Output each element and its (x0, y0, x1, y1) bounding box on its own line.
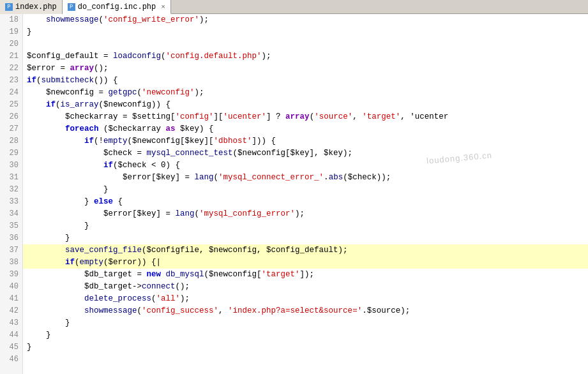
code-line: delete_process('all'); (23, 293, 588, 305)
line-numbers: 1819202122232425262728293031323334353637… (0, 14, 23, 374)
code-line: if(!empty($newconfig[$key]['dbhost'])) { (23, 135, 588, 147)
code-line: $check = mysql_connect_test($newconfig[$… (23, 147, 588, 160)
line-number: 21 (4, 50, 19, 63)
code-line: if(submitcheck()) { (23, 75, 588, 87)
line-number: 31 (4, 172, 19, 184)
line-number: 36 (4, 232, 19, 244)
code-line: } (23, 220, 588, 232)
code-line: } (23, 329, 588, 341)
code-line: $error[$key] = lang('mysql_connect_error… (23, 172, 588, 184)
code-line: if(is_array($newconfig)) { (23, 99, 588, 111)
line-number: 23 (4, 75, 19, 87)
code-line: foreach ($checkarray as $key) { (23, 123, 588, 135)
line-number: 42 (4, 305, 19, 317)
code-line: showmessage('config_success', 'index.php… (23, 305, 588, 317)
editor-area: 1819202122232425262728293031323334353637… (0, 14, 588, 374)
tab-index-php[interactable]: Pindex.php (0, 0, 63, 14)
code-line: $checkarray = $setting['config']['ucente… (23, 111, 588, 123)
line-number: 35 (4, 220, 19, 232)
line-number: 39 (4, 269, 19, 281)
line-number: 18 (4, 14, 19, 26)
line-number: 45 (4, 341, 19, 354)
tab-label: index.php (15, 3, 57, 11)
line-number: 28 (4, 135, 19, 147)
code-line: showmessage('config_write_error'); (23, 14, 588, 26)
code-line: if($check < 0) { (23, 160, 588, 172)
tab-icon: P (5, 3, 13, 11)
line-number: 34 (4, 208, 19, 220)
line-number: 27 (4, 123, 19, 135)
code-line: if(empty($error)) {| (23, 257, 588, 269)
code-line: $error[$key] = lang('mysql_config_error'… (23, 208, 588, 220)
code-content[interactable]: showmessage('config_write_error');} $con… (23, 14, 588, 374)
code-line: $newconfig = getgpc('newconfig'); (23, 87, 588, 99)
line-number: 26 (4, 111, 19, 123)
code-line: $db_target->connect(); (23, 281, 588, 293)
code-line: $db_target = new db_mysql($newconfig['ta… (23, 269, 588, 281)
line-number: 40 (4, 281, 19, 293)
line-number: 24 (4, 87, 19, 99)
code-line (23, 38, 588, 50)
code-line: } (23, 232, 588, 244)
tab-do_config-inc-php[interactable]: Pdo_config.inc.php× (63, 0, 171, 14)
code-line: } (23, 184, 588, 196)
line-number: 30 (4, 160, 19, 172)
line-number: 43 (4, 317, 19, 329)
tab-bar: Pindex.phpPdo_config.inc.php× (0, 0, 588, 14)
code-line: } (23, 341, 588, 354)
line-number: 41 (4, 293, 19, 305)
line-number: 29 (4, 147, 19, 160)
code-line (23, 354, 588, 366)
line-number: 20 (4, 38, 19, 50)
tab-icon: P (68, 3, 75, 11)
line-number: 38 (4, 257, 19, 269)
tab-label: do_config.inc.php (78, 3, 156, 11)
tab-close-icon[interactable]: × (161, 3, 165, 11)
code-line: } (23, 26, 588, 38)
code-line: $error = array(); (23, 63, 588, 75)
code-line: } (23, 317, 588, 329)
line-number: 22 (4, 63, 19, 75)
line-number: 33 (4, 196, 19, 208)
line-number: 25 (4, 99, 19, 111)
code-line: save_config_file($configfile, $newconfig… (23, 244, 588, 257)
line-number: 32 (4, 184, 19, 196)
code-line: $config_default = loadconfig('config.def… (23, 50, 588, 63)
line-number: 19 (4, 26, 19, 38)
line-number: 46 (4, 354, 19, 366)
line-number: 37 (4, 244, 19, 257)
code-line: } else { (23, 196, 588, 208)
line-number: 44 (4, 329, 19, 341)
